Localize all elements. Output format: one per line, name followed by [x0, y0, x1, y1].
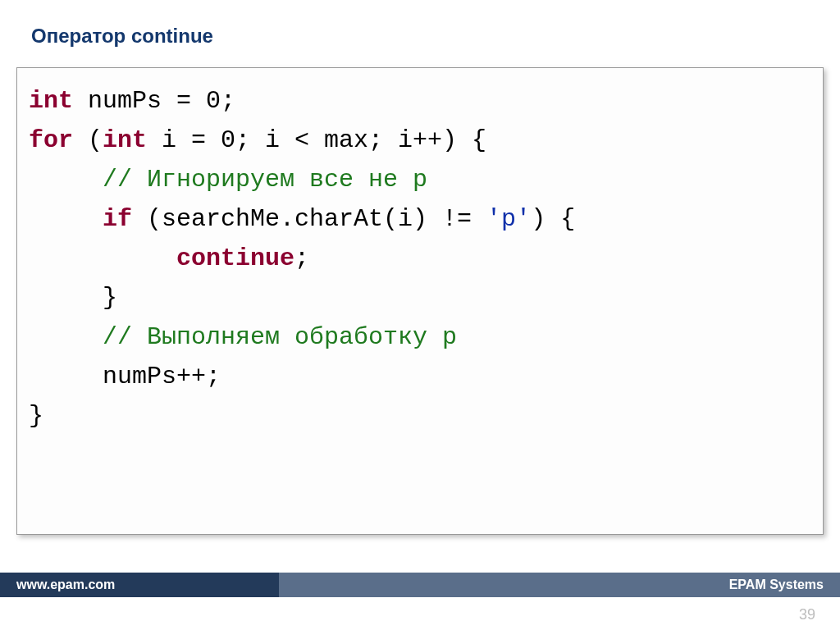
code-text: }	[103, 284, 117, 312]
slide: Оператор continue int numPs = 0; for (in…	[0, 0, 840, 630]
footer-spacer	[279, 573, 709, 597]
code-text: }	[29, 402, 43, 430]
code-text: i = 0; i < max; i++) {	[147, 126, 486, 154]
indent	[29, 363, 103, 390]
indent	[29, 205, 103, 233]
code-line-9: }	[29, 402, 43, 430]
code-text: numPs = 0;	[73, 87, 235, 115]
code-text: (	[73, 126, 103, 154]
comment: // Выполняем обработку p	[103, 323, 457, 351]
slide-title: Оператор continue	[31, 25, 213, 48]
comment: // Игнорируем все не p	[103, 166, 427, 194]
code-text: ) {	[531, 205, 575, 233]
keyword-for: for	[29, 126, 73, 154]
code-text: (searchMe.charAt(i) !=	[132, 205, 486, 233]
keyword-continue: continue	[176, 244, 294, 272]
code-box: int numPs = 0; for (int i = 0; i < max; …	[16, 67, 824, 535]
code-line-5: continue;	[29, 244, 309, 272]
code-line-1: int numPs = 0;	[29, 87, 235, 115]
code-line-6: }	[29, 284, 117, 312]
page-number: 39	[799, 606, 815, 623]
keyword-int: int	[29, 87, 73, 115]
indent	[29, 166, 103, 194]
indent	[29, 284, 103, 312]
code-line-8: numPs++;	[29, 363, 221, 390]
string-literal: 'p'	[486, 205, 531, 233]
footer-brand: EPAM Systems	[709, 573, 840, 597]
code-text: numPs++;	[103, 363, 221, 390]
footer-bar: www.epam.com EPAM Systems	[0, 573, 840, 597]
code-block: int numPs = 0; for (int i = 0; i < max; …	[29, 81, 811, 436]
keyword-int: int	[103, 126, 147, 154]
keyword-if: if	[103, 205, 132, 233]
footer-url: www.epam.com	[0, 573, 279, 597]
code-text: ;	[294, 244, 309, 272]
code-line-4: if (searchMe.charAt(i) != 'p') {	[29, 205, 575, 233]
indent	[29, 323, 103, 351]
indent	[29, 244, 176, 272]
code-line-2: for (int i = 0; i < max; i++) {	[29, 126, 486, 154]
code-line-7: // Выполняем обработку p	[29, 323, 457, 351]
code-line-3: // Игнорируем все не p	[29, 166, 427, 194]
